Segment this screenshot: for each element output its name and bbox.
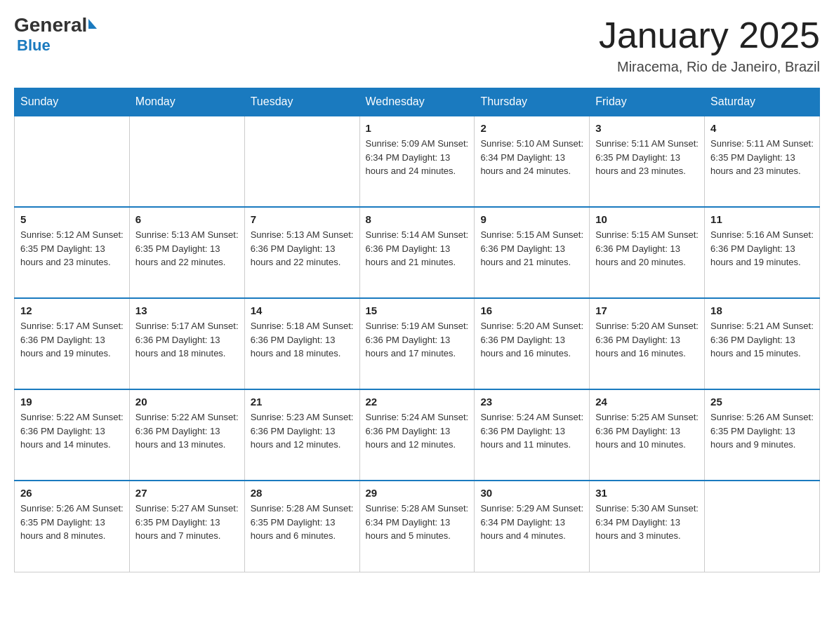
calendar-cell: 18Sunrise: 5:21 AM Sunset: 6:36 PM Dayli… [705, 298, 820, 389]
calendar-cell: 25Sunrise: 5:26 AM Sunset: 6:35 PM Dayli… [705, 389, 820, 481]
day-number: 22 [366, 396, 469, 408]
day-info: Sunrise: 5:18 AM Sunset: 6:36 PM Dayligh… [251, 319, 354, 361]
calendar-cell [15, 116, 130, 207]
day-number: 9 [480, 213, 583, 225]
day-number: 8 [366, 213, 469, 225]
day-info: Sunrise: 5:15 AM Sunset: 6:36 PM Dayligh… [595, 228, 699, 269]
day-info: Sunrise: 5:12 AM Sunset: 6:35 PM Dayligh… [20, 228, 124, 269]
day-header-thursday: Thursday [475, 88, 590, 116]
day-header-tuesday: Tuesday [244, 88, 359, 116]
day-info: Sunrise: 5:11 AM Sunset: 6:35 PM Dayligh… [595, 137, 699, 178]
calendar-cell: 28Sunrise: 5:28 AM Sunset: 6:35 PM Dayli… [244, 481, 359, 572]
day-info: Sunrise: 5:10 AM Sunset: 6:34 PM Dayligh… [480, 137, 583, 178]
calendar-cell: 3Sunrise: 5:11 AM Sunset: 6:35 PM Daylig… [590, 116, 705, 207]
calendar-cell: 4Sunrise: 5:11 AM Sunset: 6:35 PM Daylig… [705, 116, 820, 207]
day-number: 29 [366, 487, 469, 499]
calendar-cell: 10Sunrise: 5:15 AM Sunset: 6:36 PM Dayli… [590, 207, 705, 298]
calendar-cell: 2Sunrise: 5:10 AM Sunset: 6:34 PM Daylig… [475, 116, 590, 207]
calendar-cell: 9Sunrise: 5:15 AM Sunset: 6:36 PM Daylig… [475, 207, 590, 298]
day-info: Sunrise: 5:28 AM Sunset: 6:35 PM Dayligh… [251, 502, 354, 543]
location-subtitle: Miracema, Rio de Janeiro, Brazil [599, 59, 820, 75]
calendar-cell: 31Sunrise: 5:30 AM Sunset: 6:34 PM Dayli… [590, 481, 705, 572]
day-number: 30 [480, 487, 583, 499]
day-info: Sunrise: 5:13 AM Sunset: 6:36 PM Dayligh… [251, 228, 354, 269]
day-info: Sunrise: 5:17 AM Sunset: 6:36 PM Dayligh… [20, 319, 124, 361]
day-info: Sunrise: 5:16 AM Sunset: 6:36 PM Dayligh… [710, 228, 814, 269]
day-number: 7 [251, 213, 354, 225]
day-info: Sunrise: 5:14 AM Sunset: 6:36 PM Dayligh… [366, 228, 469, 269]
day-info: Sunrise: 5:30 AM Sunset: 6:34 PM Dayligh… [595, 502, 699, 543]
day-info: Sunrise: 5:09 AM Sunset: 6:34 PM Dayligh… [366, 137, 469, 178]
day-info: Sunrise: 5:15 AM Sunset: 6:36 PM Dayligh… [480, 228, 583, 269]
calendar-cell [129, 116, 244, 207]
logo: General Blue [14, 14, 97, 55]
day-number: 16 [480, 304, 583, 316]
day-number: 26 [20, 487, 124, 499]
calendar-cell: 5Sunrise: 5:12 AM Sunset: 6:35 PM Daylig… [15, 207, 130, 298]
day-info: Sunrise: 5:28 AM Sunset: 6:34 PM Dayligh… [366, 502, 469, 543]
calendar-week-row: 1Sunrise: 5:09 AM Sunset: 6:34 PM Daylig… [15, 116, 820, 207]
day-number: 21 [251, 396, 354, 408]
day-info: Sunrise: 5:26 AM Sunset: 6:35 PM Dayligh… [710, 410, 814, 452]
calendar-cell: 14Sunrise: 5:18 AM Sunset: 6:36 PM Dayli… [244, 298, 359, 389]
logo-triangle-icon [88, 19, 97, 29]
calendar-header-row: SundayMondayTuesdayWednesdayThursdayFrid… [15, 88, 820, 116]
calendar-cell: 13Sunrise: 5:17 AM Sunset: 6:36 PM Dayli… [129, 298, 244, 389]
calendar-cell: 26Sunrise: 5:26 AM Sunset: 6:35 PM Dayli… [15, 481, 130, 572]
day-header-monday: Monday [129, 88, 244, 116]
calendar-cell: 27Sunrise: 5:27 AM Sunset: 6:35 PM Dayli… [129, 481, 244, 572]
page-header: General Blue January 2025 Miracema, Rio … [14, 14, 820, 75]
day-info: Sunrise: 5:26 AM Sunset: 6:35 PM Dayligh… [20, 502, 124, 543]
calendar-cell: 15Sunrise: 5:19 AM Sunset: 6:36 PM Dayli… [359, 298, 475, 389]
day-number: 28 [251, 487, 354, 499]
day-number: 1 [366, 122, 469, 134]
day-number: 15 [366, 304, 469, 316]
calendar-week-row: 19Sunrise: 5:22 AM Sunset: 6:36 PM Dayli… [15, 389, 820, 481]
calendar-cell: 6Sunrise: 5:13 AM Sunset: 6:35 PM Daylig… [129, 207, 244, 298]
day-number: 24 [595, 396, 699, 408]
day-number: 6 [135, 213, 239, 225]
day-info: Sunrise: 5:22 AM Sunset: 6:36 PM Dayligh… [20, 410, 124, 452]
day-header-sunday: Sunday [15, 88, 130, 116]
day-number: 19 [20, 396, 124, 408]
day-header-saturday: Saturday [705, 88, 820, 116]
calendar-cell: 30Sunrise: 5:29 AM Sunset: 6:34 PM Dayli… [475, 481, 590, 572]
day-number: 5 [20, 213, 124, 225]
day-number: 4 [710, 122, 814, 134]
day-number: 11 [710, 213, 814, 225]
day-number: 10 [595, 213, 699, 225]
calendar-cell: 16Sunrise: 5:20 AM Sunset: 6:36 PM Dayli… [475, 298, 590, 389]
month-title: January 2025 [599, 14, 820, 56]
calendar-week-row: 5Sunrise: 5:12 AM Sunset: 6:35 PM Daylig… [15, 207, 820, 298]
day-number: 27 [135, 487, 239, 499]
calendar-cell [705, 481, 820, 572]
calendar-week-row: 26Sunrise: 5:26 AM Sunset: 6:35 PM Dayli… [15, 481, 820, 572]
day-number: 3 [595, 122, 699, 134]
calendar-cell: 23Sunrise: 5:24 AM Sunset: 6:36 PM Dayli… [475, 389, 590, 481]
day-info: Sunrise: 5:11 AM Sunset: 6:35 PM Dayligh… [710, 137, 814, 178]
logo-blue-text: Blue [17, 36, 51, 55]
day-info: Sunrise: 5:24 AM Sunset: 6:36 PM Dayligh… [366, 410, 469, 452]
day-info: Sunrise: 5:17 AM Sunset: 6:36 PM Dayligh… [135, 319, 239, 361]
day-info: Sunrise: 5:27 AM Sunset: 6:35 PM Dayligh… [135, 502, 239, 543]
day-info: Sunrise: 5:21 AM Sunset: 6:36 PM Dayligh… [710, 319, 814, 361]
day-info: Sunrise: 5:13 AM Sunset: 6:35 PM Dayligh… [135, 228, 239, 269]
day-info: Sunrise: 5:23 AM Sunset: 6:36 PM Dayligh… [251, 410, 354, 452]
day-number: 20 [135, 396, 239, 408]
title-area: January 2025 Miracema, Rio de Janeiro, B… [599, 14, 820, 75]
calendar-cell: 1Sunrise: 5:09 AM Sunset: 6:34 PM Daylig… [359, 116, 475, 207]
day-info: Sunrise: 5:25 AM Sunset: 6:36 PM Dayligh… [595, 410, 699, 452]
day-info: Sunrise: 5:24 AM Sunset: 6:36 PM Dayligh… [480, 410, 583, 452]
day-number: 25 [710, 396, 814, 408]
day-info: Sunrise: 5:29 AM Sunset: 6:34 PM Dayligh… [480, 502, 583, 543]
day-info: Sunrise: 5:20 AM Sunset: 6:36 PM Dayligh… [595, 319, 699, 361]
calendar-cell [244, 116, 359, 207]
day-number: 12 [20, 304, 124, 316]
calendar-week-row: 12Sunrise: 5:17 AM Sunset: 6:36 PM Dayli… [15, 298, 820, 389]
day-number: 17 [595, 304, 699, 316]
calendar-cell: 20Sunrise: 5:22 AM Sunset: 6:36 PM Dayli… [129, 389, 244, 481]
day-number: 2 [480, 122, 583, 134]
day-info: Sunrise: 5:22 AM Sunset: 6:36 PM Dayligh… [135, 410, 239, 452]
day-header-wednesday: Wednesday [359, 88, 475, 116]
calendar-cell: 17Sunrise: 5:20 AM Sunset: 6:36 PM Dayli… [590, 298, 705, 389]
